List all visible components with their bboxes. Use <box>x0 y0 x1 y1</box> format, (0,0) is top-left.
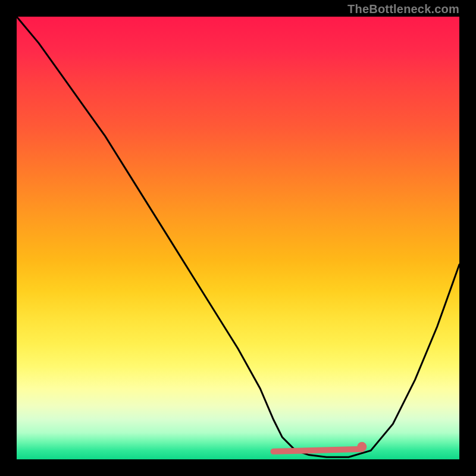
optimal-end-dot <box>357 442 367 452</box>
watermark-text: TheBottleneck.com <box>347 2 459 16</box>
chart-svg <box>17 17 459 459</box>
optimal-range-marker <box>274 449 362 452</box>
bottleneck-curve <box>17 17 459 457</box>
plot-area <box>17 17 459 459</box>
chart-container: TheBottleneck.com <box>0 0 476 476</box>
